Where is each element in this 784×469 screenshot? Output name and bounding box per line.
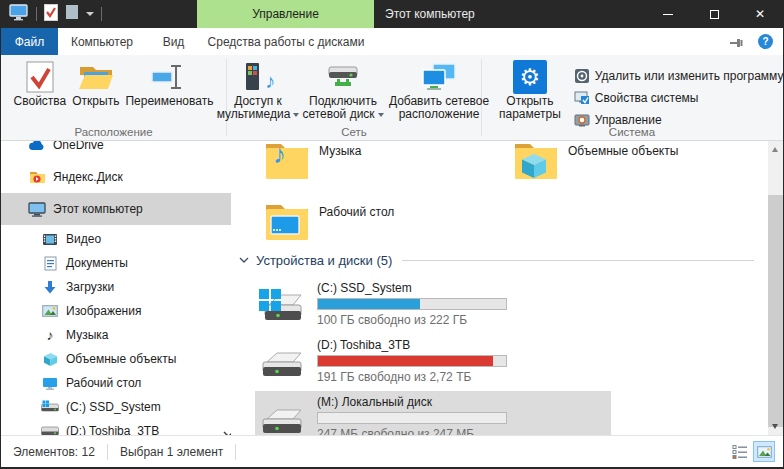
sidebar-item-label: Видео [66,232,101,246]
sidebar-item-label: Изображения [66,304,141,318]
system-properties-button[interactable]: Свойства системы [574,87,784,109]
folder-label: Музыка [319,144,361,182]
music-icon: ♪ [41,327,59,343]
content-region: OneDrive Яндекс.Диск Этот компьютер Виде [1,141,783,435]
drive-capacity-bar [317,355,507,367]
details-view-icon [732,444,748,459]
vertical-scrollbar[interactable] [768,141,783,435]
thumbnails-view-button[interactable] [753,441,775,462]
scroll-up-icon[interactable] [772,147,778,152]
uninstall-program-button[interactable]: Удалить или изменить программу [574,65,784,87]
quick-access-toolbar [9,0,109,28]
system-drive-icon [41,399,59,415]
group-label-location: Расположение [1,126,226,138]
properties-label: Свойства [14,95,67,108]
group-label-system: Система [482,126,782,138]
sidebar-item-this-pc[interactable]: Этот компьютер [1,193,231,225]
sidebar-item-onedrive[interactable]: OneDrive [1,141,231,161]
network-location-icon [421,59,457,95]
rename-icon [150,59,188,95]
folder-tile-desktop[interactable]: Рабочий стол [264,199,494,243]
ribbon-group-network: ♪ Доступ к мультимедиа Подключить сетево… [227,55,481,140]
sidebar-item-label: (C:) SSD_System [66,400,161,414]
files-pane: ♪ Музыка Объемные объекты Рабочий стол У… [231,141,768,435]
maximize-button[interactable] [691,0,737,28]
system-properties-label: Свойства системы [595,91,699,105]
system-drive-icon [257,279,305,329]
sidebar-item-music[interactable]: ♪ Музыка [1,323,231,347]
help-button[interactable]: ? [758,34,773,49]
sidebar-item-label: (D:) Toshiba_3TB [66,424,159,435]
sidebar-item-drive-c[interactable]: (C:) SSD_System [1,395,231,419]
section-divider [402,260,754,261]
music-note-icon: ♪ [265,70,275,93]
desktop-folder-icon [264,199,310,243]
folder-label: Рабочий стол [319,205,394,243]
window-controls: ✕ [645,0,783,28]
documents-icon [41,255,59,271]
drive-label: (C:) SSD_System [317,281,507,295]
3d-objects-icon [41,351,59,367]
system-properties-icon [574,90,590,106]
pin-ribbon-icon[interactable] [729,36,745,54]
section-header-devices-and-drives[interactable]: Устройства и диски (5) [239,251,754,269]
rename-label: Переименовать [125,95,213,108]
sidebar-item-desktop[interactable]: Рабочий стол [1,371,231,395]
drive-capacity-fill [318,356,493,366]
open-settings-label-2: параметры [499,108,561,121]
sidebar-item-label: OneDrive [53,141,104,152]
sidebar-item-downloads[interactable]: Загрузки [1,275,231,299]
sidebar-item-yandex-disk[interactable]: Яндекс.Диск [1,161,231,193]
sidebar-item-label: Загрузки [66,280,114,294]
drive-icon [257,336,305,386]
contextual-tab-manage[interactable]: Управление [197,0,374,28]
qat-customize-dropdown-icon[interactable] [86,12,94,16]
folder-tile-music[interactable]: ♪ Музыка [264,141,494,182]
scrollbar-thumb[interactable] [768,195,783,427]
3d-objects-folder-icon [513,141,559,182]
drive-tile-c[interactable]: (C:) SSD_System 100 ГБ свободно из 222 Г… [255,277,611,331]
drive-free-space: 191 ГБ свободно из 2,72 ТБ [317,370,507,384]
tab-view[interactable]: Вид [146,28,201,55]
sidebar-item-documents[interactable]: Документы [1,251,231,275]
drive-tile-m[interactable]: (M:) Локальный диск 247 МБ свободно из 2… [255,391,611,435]
qat-properties-button[interactable] [44,4,58,25]
folder-tile-3d-objects[interactable]: Объемные объекты [513,141,743,182]
drive-label: (M:) Локальный диск [317,395,507,409]
sidebar-item-pictures[interactable]: Изображения [1,299,231,323]
sidebar-item-label: Документы [66,256,128,270]
sidebar-item-label: Этот компьютер [53,202,143,216]
map-network-drive-label-2: сетевой диск [302,107,374,121]
tab-computer[interactable]: Компьютер [58,28,146,55]
drive-tile-d[interactable]: (D:) Toshiba_3TB 191 ГБ свободно из 2,72… [255,334,611,388]
details-view-button[interactable] [729,441,751,462]
tab-file[interactable]: Файл [1,28,58,55]
close-button[interactable]: ✕ [737,0,783,28]
qat-separator [36,7,37,21]
open-label: Открыть [72,95,119,108]
explorer-window: Управление Этот компьютер ✕ Файл Компьют… [0,0,784,469]
drive-capacity-fill [318,299,420,309]
videos-icon [41,231,59,247]
sidebar-item-3d-objects[interactable]: Объемные объекты [1,347,231,371]
items-count: Элементов: 12 [13,445,95,459]
sidebar-item-drive-d[interactable]: (D:) Toshiba_3TB [1,419,231,435]
qat-separator [101,7,102,21]
scroll-down-icon[interactable] [772,424,778,429]
desktop-icon [41,375,59,391]
thumbnails-view-icon [757,446,772,458]
sidebar-item-videos[interactable]: Видео [1,227,231,251]
qat-new-folder-button[interactable] [65,4,79,24]
collapse-chevron-icon [239,257,249,263]
drive-free-space: 247 МБ свободно из 247 МБ [317,427,507,435]
open-folder-icon [78,59,114,95]
ribbon: Свойства Открыть Переименовать Расположе… [1,55,783,141]
navigation-pane: OneDrive Яндекс.Диск Этот компьютер Виде [1,141,231,435]
sidebar-scroll-down-icon[interactable] [223,424,231,435]
minimize-button[interactable] [645,0,691,28]
drive-label: (D:) Toshiba_3TB [317,338,507,352]
this-pc-icon [28,201,46,217]
tab-disk-tools[interactable]: Средства работы с дисками [201,28,371,55]
properties-icon [26,59,54,95]
drive-capacity-bar [317,298,507,310]
